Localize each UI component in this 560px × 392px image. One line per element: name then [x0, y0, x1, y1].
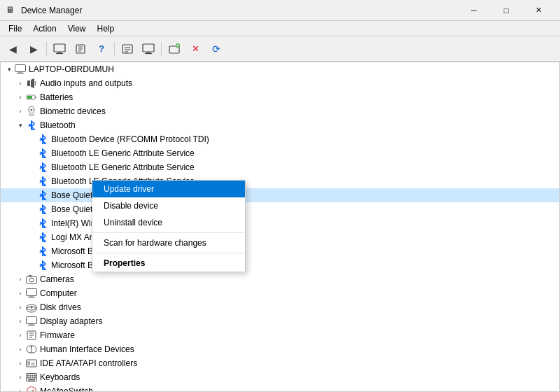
- monitor-button[interactable]: [139, 39, 158, 59]
- context-menu-item-update-driver[interactable]: Update driver: [92, 181, 245, 197]
- expand-icon-audio[interactable]: ›: [15, 76, 26, 90]
- expand-icon-biometric[interactable]: ›: [15, 104, 26, 118]
- menu-view[interactable]: View: [62, 22, 92, 35]
- toolbar-separator-1: [46, 42, 47, 56]
- audio-icon: [26, 78, 37, 89]
- minimize-button[interactable]: ─: [458, 0, 490, 21]
- expand-icon-hid[interactable]: ›: [15, 342, 26, 356]
- tree-item-cameras[interactable]: ›Cameras: [1, 272, 559, 286]
- toolbar-separator-2: [114, 42, 115, 56]
- svg-rect-71: [29, 377, 31, 379]
- svg-rect-23: [27, 96, 32, 99]
- expand-icon-display[interactable]: ›: [15, 314, 26, 328]
- tree-item-audio[interactable]: ›Audio inputs and outputs: [1, 76, 559, 90]
- collapse-icon-bluetooth[interactable]: ▾: [15, 118, 26, 132]
- svg-point-48: [31, 307, 33, 309]
- help-button[interactable]: ?: [92, 39, 111, 59]
- camera-icon: [26, 274, 37, 285]
- svg-rect-63: [31, 365, 33, 366]
- tree-label: Batteries: [40, 92, 73, 102]
- tree-item-bt6[interactable]: Bose QuietComfort 35 II: [1, 202, 559, 216]
- svg-rect-66: [27, 375, 29, 377]
- svg-rect-73: [34, 377, 36, 379]
- tree-item-bt3[interactable]: Bluetooth LE Generic Attribute Service: [1, 160, 559, 174]
- tree-item-display[interactable]: ›Display adapters: [1, 314, 559, 328]
- tree-item-hid[interactable]: ›Human Interface Devices: [1, 342, 559, 356]
- svg-rect-62: [34, 363, 35, 364]
- collapse-icon-root[interactable]: ▾: [4, 62, 15, 76]
- disk-icon: [26, 302, 37, 313]
- tree-label: Bluetooth LE Generic Attribute Service: [51, 148, 195, 158]
- menu-action[interactable]: Action: [27, 22, 62, 35]
- svg-rect-24: [35, 97, 36, 98]
- scan-button[interactable]: ⟳: [206, 39, 226, 59]
- computer-button[interactable]: [50, 39, 69, 59]
- tree-item-bt1[interactable]: Bluetooth Device (RFCOMM Protocol TDI): [1, 132, 559, 146]
- main-panel: ▾LAPTOP-OBRDUMUH›Audio inputs and output…: [0, 62, 560, 392]
- remove-button[interactable]: ✕: [186, 39, 205, 59]
- expand-icon-computer[interactable]: ›: [15, 286, 26, 300]
- window-title: Device Manager: [21, 6, 82, 15]
- expand-icon-cameras[interactable]: ›: [15, 272, 26, 286]
- tree-item-keyboards[interactable]: ›Keyboards: [1, 370, 559, 384]
- tree-item-firmware[interactable]: ›Firmware: [1, 328, 559, 342]
- display-icon: [26, 316, 37, 327]
- add-hardware-button[interactable]: [164, 39, 184, 59]
- context-menu-item-disable-device[interactable]: Disable device: [92, 197, 245, 214]
- device-tree[interactable]: ▾LAPTOP-OBRDUMUH›Audio inputs and output…: [1, 62, 559, 391]
- bluetooth-icon: [26, 120, 37, 131]
- tree-item-bt7[interactable]: Intel(R) Wireless Bluetooth(R): [1, 216, 559, 230]
- tree-item-bt2[interactable]: Bluetooth LE Generic Attribute Service: [1, 146, 559, 160]
- expand-icon-ide[interactable]: ›: [15, 356, 26, 370]
- tree-item-biometric[interactable]: ›Biometric devices: [1, 104, 559, 118]
- svg-rect-72: [31, 377, 33, 379]
- properties-button[interactable]: [71, 39, 90, 59]
- svg-rect-49: [27, 317, 37, 324]
- svg-rect-67: [29, 375, 31, 377]
- tree-label: Bluetooth: [40, 120, 76, 130]
- tree-item-bt9[interactable]: Microsoft Bluetooth Enumerator: [1, 244, 559, 258]
- context-menu-item-properties[interactable]: Properties: [92, 255, 245, 272]
- keyboard-icon: [26, 372, 37, 383]
- tree-item-batteries[interactable]: ›Batteries: [1, 90, 559, 104]
- computer-icon: [26, 288, 37, 299]
- tree-label: McAfeeSwitch: [40, 386, 93, 391]
- context-menu-separator-1: [92, 232, 245, 233]
- events-button[interactable]: [118, 39, 137, 59]
- battery-icon: [26, 92, 37, 103]
- toolbar: ◀ ▶ ?: [0, 36, 560, 62]
- tree-item-bluetooth[interactable]: ▾Bluetooth: [1, 118, 559, 132]
- bluetooth-icon: [37, 134, 48, 145]
- forward-button[interactable]: ▶: [24, 39, 43, 59]
- tree-label: LAPTOP-OBRDUMUH: [29, 64, 114, 74]
- tree-item-root[interactable]: ▾LAPTOP-OBRDUMUH: [1, 62, 559, 76]
- tree-item-mcafee[interactable]: ›McAfeeSwitch: [1, 384, 559, 391]
- svg-point-26: [31, 109, 33, 111]
- hid-icon: [26, 344, 37, 355]
- context-menu-separator-2: [92, 253, 245, 253]
- expand-icon-batteries[interactable]: ›: [15, 90, 26, 104]
- tree-item-bt10[interactable]: Microsoft Bluetooth LE Enumerator: [1, 258, 559, 272]
- back-button[interactable]: ◀: [3, 39, 22, 59]
- expand-icon-mcafee[interactable]: ›: [15, 384, 26, 391]
- tree-item-ide[interactable]: ›IDE ATA/ATAPI controllers: [1, 356, 559, 370]
- context-menu-item-uninstall-device[interactable]: Uninstall device: [92, 214, 245, 231]
- bluetooth-icon: [37, 190, 48, 201]
- menu-help[interactable]: Help: [92, 22, 120, 35]
- maximize-button[interactable]: □: [490, 0, 522, 21]
- firmware-icon: [26, 330, 37, 341]
- expand-icon-disk[interactable]: ›: [15, 300, 26, 314]
- svg-point-39: [29, 278, 34, 282]
- close-button[interactable]: ✕: [522, 0, 554, 21]
- context-menu-item-scan[interactable]: Scan for hardware changes: [92, 234, 245, 251]
- svg-rect-69: [34, 375, 36, 377]
- tree-item-bt8[interactable]: Logi MX Anywhere 2S: [1, 230, 559, 244]
- biometric-icon: [26, 106, 37, 117]
- tree-item-computer[interactable]: ›Computer: [1, 286, 559, 300]
- tree-item-bt5[interactable]: Bose QuietComfort 35: [1, 188, 559, 202]
- tree-item-bt4[interactable]: Bluetooth LE Generic Attribute Service: [1, 174, 559, 188]
- expand-icon-keyboards[interactable]: ›: [15, 370, 26, 384]
- menu-file[interactable]: File: [3, 22, 27, 35]
- expand-icon-firmware[interactable]: ›: [15, 328, 26, 342]
- tree-item-disk[interactable]: ›Disk drives: [1, 300, 559, 314]
